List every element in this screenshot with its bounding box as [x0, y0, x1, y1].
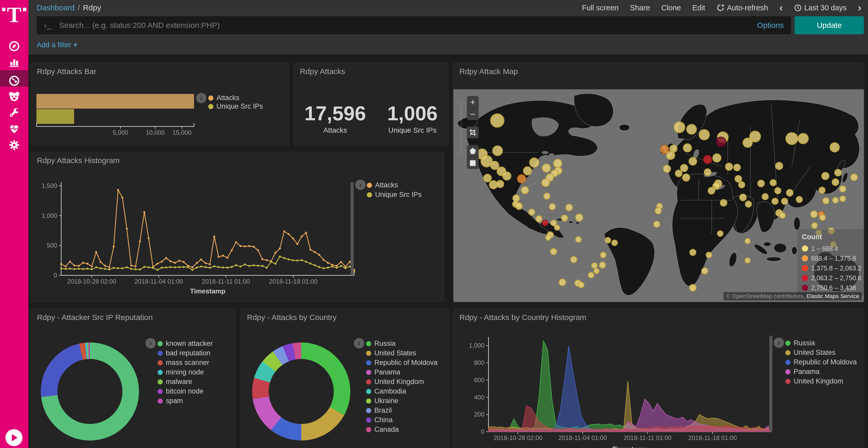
legend-dot-icon: [366, 399, 371, 404]
sidebar-item-monitoring[interactable]: [0, 120, 28, 137]
area-chart-legend[interactable]: RussiaUnited StatesRepublic of MoldovaPa…: [785, 338, 857, 386]
update-button[interactable]: Update: [795, 16, 864, 34]
sidebar-expand-button[interactable]: [5, 429, 23, 446]
elastic-maps-service-link[interactable]: Elastic Maps Service: [807, 293, 859, 299]
legend-item[interactable]: bad reputation: [158, 348, 213, 358]
legend-item[interactable]: mining node: [158, 368, 213, 377]
legend-label: Brazil: [374, 407, 392, 414]
time-range-picker[interactable]: Last 30 days: [794, 4, 846, 12]
country-legend[interactable]: RussiaUnited StatesRepublic of MoldovaPa…: [366, 339, 438, 434]
breadcrumb-dashboard-link[interactable]: Dashboard: [37, 3, 75, 12]
logo-t: T: [7, 4, 22, 26]
chart-scrollbar[interactable]: [350, 182, 354, 275]
breadcrumb-separator: /: [78, 3, 80, 12]
auto-refresh-button[interactable]: Auto-refresh: [717, 4, 768, 12]
share-button[interactable]: Share: [630, 4, 650, 12]
svg-text:2018-11-04 01:00: 2018-11-04 01:00: [134, 278, 183, 285]
metric-label: Unique Src IPs: [387, 126, 438, 134]
legend-item[interactable]: Unique Src IPs: [367, 190, 422, 200]
metric-value: 17,596: [304, 102, 366, 125]
legend-expand-button[interactable]: ›: [354, 338, 364, 348]
legend-label: Russia: [374, 340, 396, 348]
zoom-out-button[interactable]: −: [467, 108, 479, 120]
sidebar-item-devtools[interactable]: [0, 105, 28, 121]
legend-item[interactable]: Unique Src IPs: [208, 102, 263, 111]
search-input[interactable]: ›_ Search... (e.g. status:200 AND extens…: [37, 16, 791, 34]
plus-icon: +: [73, 41, 78, 49]
metric-value: 1,006: [387, 102, 438, 125]
legend-item[interactable]: Brazil: [366, 406, 438, 415]
legend-item[interactable]: Russia: [366, 339, 438, 348]
sidebar-item-visualize[interactable]: [0, 54, 28, 70]
legend-item[interactable]: United States: [366, 348, 438, 358]
svg-text:600: 600: [474, 377, 485, 383]
wrench-icon: [8, 107, 20, 119]
time-back-button[interactable]: ‹: [779, 4, 783, 12]
legend-label: Unique Src IPs: [375, 191, 422, 199]
legend-item[interactable]: Russia: [785, 338, 857, 348]
map-zoom-controls: + −: [467, 96, 479, 120]
legend-expand-button[interactable]: ›: [196, 93, 207, 103]
rectangle-tool-icon[interactable]: [467, 157, 479, 169]
edit-button[interactable]: Edit: [692, 4, 705, 12]
legend-item[interactable]: malware: [158, 377, 213, 387]
polygon-tool-icon[interactable]: [467, 145, 479, 157]
legend-expand-button[interactable]: ›: [774, 338, 784, 348]
legend-expand-button[interactable]: ›: [355, 180, 366, 190]
attacks-line-chart[interactable]: 05001,0001,5002018-10-28 02:002018-11-04…: [31, 152, 444, 302]
full-screen-button[interactable]: Full screen: [582, 4, 619, 12]
sidebar-item-apm[interactable]: [0, 88, 28, 105]
world-map[interactable]: + − Count: [454, 89, 864, 302]
clone-button[interactable]: Clone: [661, 4, 681, 12]
query-options-link[interactable]: Options: [757, 21, 784, 30]
legend-item[interactable]: mass scanner: [158, 358, 213, 368]
bar-chart-legend[interactable]: AttacksUnique Src IPs: [208, 94, 263, 111]
time-forward-button[interactable]: ›: [858, 4, 861, 12]
legend-item[interactable]: known attacker: [158, 339, 213, 348]
legend-dot-icon: [367, 183, 372, 188]
telekom-logo[interactable]: T: [0, 6, 28, 30]
line-chart-legend[interactable]: AttacksUnique Src IPs: [367, 180, 422, 200]
svg-text:2018-11-18 01:00: 2018-11-18 01:00: [269, 278, 317, 285]
legend-item[interactable]: United States: [785, 348, 857, 357]
svg-text:2018-11-18 01:00: 2018-11-18 01:00: [688, 434, 737, 441]
sidebar-item-dashboard[interactable]: [0, 72, 28, 89]
chart-scrollbar[interactable]: [769, 336, 772, 432]
legend-item[interactable]: United Kingdom: [366, 377, 438, 387]
svg-text:2018-11-04 01:00: 2018-11-04 01:00: [559, 434, 607, 441]
reputation-legend[interactable]: known attackerbad reputationmass scanner…: [158, 339, 213, 406]
crop-icon[interactable]: [467, 127, 479, 138]
legend-dot-icon: [366, 379, 371, 384]
panel-title: Rdpy - Attacker Src IP Reputation: [37, 313, 153, 322]
legend-label: Cambodia: [374, 387, 406, 395]
legend-label: Republic of Moldova: [794, 358, 857, 366]
legend-item[interactable]: Ukraine: [366, 396, 438, 406]
legend-expand-button[interactable]: ›: [146, 338, 156, 348]
compass-icon: [8, 40, 20, 52]
legend-item[interactable]: Canada: [366, 425, 438, 434]
legend-item[interactable]: China: [366, 415, 438, 425]
add-filter-link[interactable]: Add a filter +: [37, 41, 78, 49]
legend-dot-icon: [158, 341, 163, 346]
legend-dot-icon: [208, 104, 213, 109]
legend-item[interactable]: Panama: [366, 368, 438, 377]
sidebar-item-discover[interactable]: [0, 38, 28, 55]
metric-attacks: 17,596 Attacks: [304, 102, 366, 134]
legend-dot-icon: [785, 369, 790, 374]
breadcrumb-current: Rdpy: [83, 3, 101, 12]
legend-item[interactable]: United Kingdom: [785, 377, 857, 386]
sidebar-item-management[interactable]: [0, 137, 28, 153]
legend-item[interactable]: Panama: [785, 367, 857, 377]
legend-item[interactable]: Attacks: [367, 180, 422, 190]
legend-title: Count: [802, 233, 864, 241]
legend-label: Russia: [794, 339, 815, 347]
legend-item[interactable]: spam: [158, 396, 213, 406]
legend-item[interactable]: Cambodia: [366, 387, 438, 396]
legend-item[interactable]: Republic of Moldova: [366, 358, 438, 368]
legend-item[interactable]: Attacks: [208, 94, 263, 102]
top-navigation-bar: Dashboard / Rdpy Full screen Share Clone…: [28, 0, 868, 15]
legend-item[interactable]: bitcoin node: [158, 387, 213, 396]
zoom-in-button[interactable]: +: [467, 96, 479, 108]
kibana-dashboard: T: [0, 0, 868, 448]
legend-item[interactable]: Republic of Moldova: [785, 357, 857, 367]
